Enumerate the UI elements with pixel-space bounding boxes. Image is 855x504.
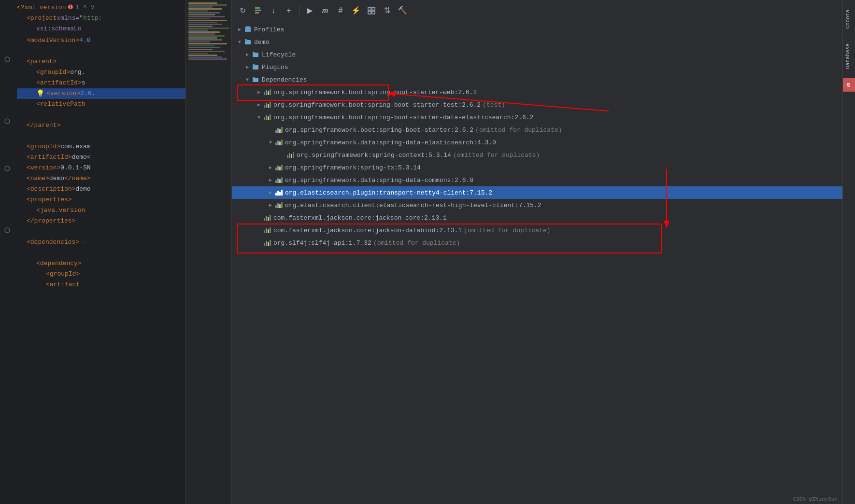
svg-rect-16 (253, 52, 255, 53)
editor-panel: <?xml version ❶ 1 ^ ∨ <project xmlns="ht… (0, 0, 232, 504)
plugins-label: Plugins (262, 64, 288, 71)
svg-point-1 (5, 119, 10, 124)
refresh-button[interactable]: ↻ (236, 4, 249, 17)
bottom-text: CSDN @ZNineSun (793, 496, 838, 502)
tree-item-dep8[interactable]: org.slf4j:slf4j-api:1.7.32 (omitted for … (232, 237, 842, 249)
dep3-4-label: org.springframework.data:spring-data-com… (285, 177, 473, 184)
dep3-1-suffix: (omitted for duplicate) (475, 126, 562, 134)
svg-rect-20 (253, 77, 255, 78)
minimap-bars (186, 0, 231, 62)
svg-point-3 (5, 228, 10, 233)
lightning-button[interactable]: ⚡ (349, 4, 363, 17)
gutter-icon-3 (3, 165, 11, 172)
svg-rect-6 (255, 12, 259, 14)
dep2-label: org.springframework.boot:spring-boot-sta… (273, 101, 481, 109)
gutter-icon-4 (3, 226, 11, 234)
svg-rect-9 (368, 11, 371, 14)
dep3-1-icon (274, 126, 283, 134)
profiles-arrow (236, 26, 243, 33)
download-button[interactable]: ↓ (267, 4, 280, 17)
minimap (185, 0, 231, 504)
maven-cmd-button[interactable]: m (318, 4, 332, 17)
tree-item-dep7[interactable]: com.fasterxml.jackson.core:jackson-datab… (232, 224, 842, 237)
add-button[interactable]: + (282, 4, 296, 17)
tab-database[interactable]: Database (843, 39, 855, 74)
dep3-2-1-suffix: (omitted for duplicate) (453, 152, 540, 159)
svg-rect-18 (253, 64, 255, 66)
demo-label: demo (254, 39, 269, 46)
svg-rect-5 (255, 10, 261, 11)
dependencies-label: Dependencies (262, 76, 307, 84)
dep4-arrow (267, 189, 274, 196)
svg-rect-13 (245, 40, 251, 44)
editor-gutter (0, 0, 14, 504)
dependencies-arrow (243, 76, 251, 84)
plugins-arrow (243, 63, 251, 71)
dep6-label: com.fasterxml.jackson.core:jackson-core:… (273, 214, 447, 222)
svg-rect-10 (372, 11, 375, 14)
dep7-icon (263, 226, 271, 235)
tree-item-lifecycle[interactable]: Lifecycle (232, 48, 842, 61)
tree-item-demo[interactable]: demo (232, 36, 842, 48)
tree-item-dep4[interactable]: org.elasticsearch.plugin:transport-netty… (232, 186, 842, 199)
dep5-arrow (267, 201, 274, 209)
execute-button[interactable] (251, 4, 265, 17)
tree-item-profiles[interactable]: Profiles (232, 23, 842, 36)
dep5-icon (274, 201, 283, 210)
demo-icon (243, 38, 252, 46)
maven-tree[interactable]: Profiles demo Lifecycle (232, 21, 842, 504)
dep3-4-arrow (267, 176, 274, 184)
lifecycle-label: Lifecycle (262, 51, 296, 58)
svg-rect-4 (255, 7, 260, 9)
dep3-icon (263, 113, 271, 122)
gutter-icon-1 (3, 56, 11, 63)
tree-item-dep3-4[interactable]: org.springframework.data:spring-data-com… (232, 174, 842, 186)
dep1-arrow (255, 88, 263, 96)
dep8-suffix: (omitted for duplicate) (373, 239, 460, 247)
tree-item-dep3-3[interactable]: org.springframework:spring-tx:5.3.14 (232, 161, 842, 174)
dep2-icon (263, 100, 271, 109)
svg-rect-7 (368, 7, 371, 10)
run-button[interactable]: ▶ (303, 4, 316, 17)
dep4-label: org.elasticsearch.plugin:transport-netty… (285, 189, 492, 196)
tree-item-plugins[interactable]: Plugins (232, 61, 842, 73)
maven-panel: ↻ ↓ + ▶ m # ⚡ ⇅ 🔨 Profiles (232, 0, 842, 504)
svg-rect-19 (253, 78, 258, 82)
svg-rect-12 (246, 26, 250, 28)
tree-item-dep3-2-1[interactable]: org.springframework:spring-context:5.3.1… (232, 149, 842, 161)
tree-item-dep3-1[interactable]: org.springframework.boot:spring-boot-sta… (232, 124, 842, 136)
dep3-4-icon (274, 176, 283, 184)
dep2-arrow (255, 101, 263, 109)
dep2-suffix: (test) (483, 101, 505, 109)
collapse-button[interactable]: ⇅ (380, 4, 394, 17)
tree-item-dep5[interactable]: org.elasticsearch.client:elasticsearch-r… (232, 199, 842, 211)
dependencies-icon (251, 75, 260, 84)
svg-point-2 (5, 166, 10, 171)
settings-button[interactable]: 🔨 (396, 4, 409, 17)
dep3-3-label: org.springframework:spring-tx:5.3.14 (285, 164, 421, 171)
tree-item-dep1[interactable]: org.springframework.boot:spring-boot-sta… (232, 86, 842, 98)
dep5-label: org.elasticsearch.client:elasticsearch-r… (285, 202, 542, 209)
svg-rect-15 (253, 53, 258, 57)
dep3-1-label: org.springframework.boot:spring-boot-sta… (285, 126, 473, 134)
svg-point-0 (5, 57, 10, 62)
multimodule-button[interactable] (365, 4, 378, 17)
tree-item-dep3-2[interactable]: org.springframework.data:spring-data-ela… (232, 136, 842, 149)
dep7-suffix: (omitted for duplicate) (464, 227, 550, 234)
dep1-label: org.springframework.boot:spring-boot-sta… (273, 89, 477, 96)
tab-maven[interactable]: m (843, 78, 855, 92)
tree-item-dep3[interactable]: org.springframework.boot:spring-boot-sta… (232, 111, 842, 124)
profile-button[interactable]: # (334, 4, 347, 17)
profiles-icon (243, 25, 252, 34)
tree-item-dep2[interactable]: org.springframework.boot:spring-boot-sta… (232, 98, 842, 111)
tree-item-dep6[interactable]: com.fasterxml.jackson.core:jackson-core:… (232, 211, 842, 224)
dep3-2-1-label: org.springframework:spring-context:5.3.1… (297, 152, 451, 159)
maven-toolbar: ↻ ↓ + ▶ m # ⚡ ⇅ 🔨 (232, 0, 842, 21)
dep4-icon (274, 188, 283, 197)
dep3-3-arrow (267, 164, 274, 171)
tree-item-dependencies[interactable]: Dependencies (232, 73, 842, 86)
gutter-icon-2 (3, 117, 11, 125)
dep3-2-label: org.springframework.data:spring-data-ela… (285, 139, 496, 146)
tab-codota[interactable]: Codota (843, 5, 855, 34)
dep3-2-1-icon (286, 151, 295, 159)
